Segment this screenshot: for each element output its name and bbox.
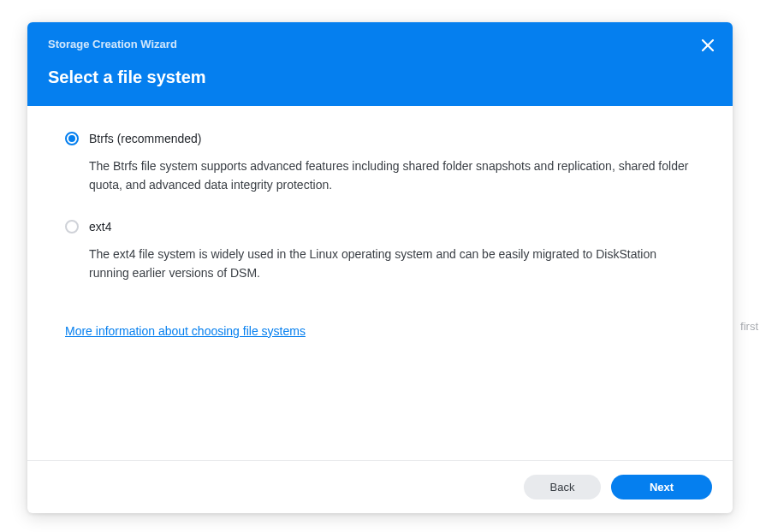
option-description: The Btrfs file system supports advanced …	[89, 157, 695, 194]
radio-icon	[65, 220, 79, 233]
option-description: The ext4 file system is widely used in t…	[89, 245, 695, 282]
radio-option-btrfs[interactable]: Btrfs (recommended)	[65, 132, 695, 145]
close-icon	[702, 39, 714, 51]
radio-icon	[65, 132, 79, 145]
back-button[interactable]: Back	[524, 475, 601, 499]
dialog-body: Btrfs (recommended) The Btrfs file syste…	[27, 106, 733, 460]
more-info-link[interactable]: More information about choosing file sys…	[65, 324, 306, 338]
filesystem-option-ext4: ext4 The ext4 file system is widely used…	[65, 220, 695, 282]
dialog-footer: Back Next	[27, 460, 733, 513]
next-button[interactable]: Next	[611, 475, 712, 499]
background-partial-text: first	[740, 320, 758, 333]
filesystem-option-btrfs: Btrfs (recommended) The Btrfs file syste…	[65, 132, 695, 194]
wizard-title: Storage Creation Wizard	[48, 38, 712, 50]
page-title: Select a file system	[48, 68, 712, 87]
option-label: Btrfs (recommended)	[89, 132, 201, 145]
close-button[interactable]	[698, 36, 717, 55]
option-label: ext4	[89, 220, 111, 233]
wizard-dialog: Storage Creation Wizard Select a file sy…	[27, 22, 733, 513]
radio-option-ext4[interactable]: ext4	[65, 220, 695, 233]
dialog-header: Storage Creation Wizard Select a file sy…	[27, 22, 733, 106]
